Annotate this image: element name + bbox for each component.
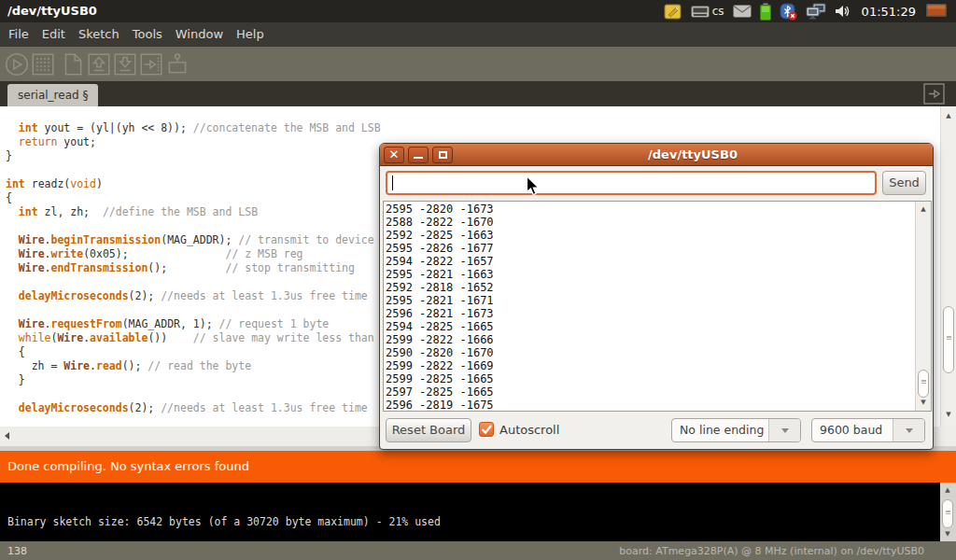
serial-output-text: 2595 -2820 -1673 2588 -2822 -1670 2592 -… [386,203,494,412]
upload-button[interactable] [138,51,164,77]
serial-output: 2595 -2820 -1673 2588 -2822 -1670 2592 -… [383,201,932,412]
serial-input[interactable] [386,171,877,195]
dropdown-arrow-icon[interactable] [768,419,800,441]
console-text: Binary sketch size: 6542 bytes (of a 307… [7,515,441,528]
autoscroll-checkbox[interactable] [479,422,494,437]
send-button[interactable]: Send [882,171,926,195]
editor-vertical-scrollbar[interactable]: ▲ ▼ [940,106,956,427]
arduino-ide: /dev/ttyUSB0 cs 01:5 [0,0,956,560]
autoscroll-label: Autoscroll [499,418,559,442]
maximize-button[interactable] [432,147,453,163]
tab-serial-read[interactable]: serial_read § [7,84,98,106]
serial-monitor-window: ✕ /dev/ttyUSB0 Send 2595 -2820 -1673 258… [379,143,934,450]
titlebar: /dev/ttyUSB0 cs 01:5 [0,0,956,22]
save-sketch-button[interactable] [112,51,138,77]
line-ending-dropdown[interactable]: No line ending [671,418,801,442]
serial-scrollbar[interactable]: ▲ ▼ [915,202,931,411]
scroll-left-arrow[interactable] [5,432,9,440]
system-tray: cs 01:51:29 [664,0,956,22]
window-title: /dev/ttyUSB0 [7,4,97,18]
serial-scrollbar-thumb[interactable] [918,370,929,398]
session-icon[interactable] [925,3,948,20]
console-output: Binary sketch size: 6542 bytes (of a 307… [0,483,956,541]
toolbar [0,47,956,81]
minimize-button[interactable] [408,147,429,163]
bluetooth-icon[interactable] [780,3,797,21]
baud-rate-value: 9600 baud [812,419,893,441]
menu-tools[interactable]: Tools [126,22,169,47]
scroll-down-arrow[interactable]: ▼ [941,411,956,418]
console-scrollbar-thumb[interactable] [942,499,953,528]
notes-icon[interactable] [664,3,682,21]
console-scrollbar[interactable]: ▲ ▼ [940,483,956,541]
network-icon[interactable] [806,3,826,20]
menu-file[interactable]: File [2,22,35,47]
line-number: 138 [7,545,27,557]
battery-icon[interactable] [760,3,771,21]
baud-rate-dropdown[interactable]: 9600 baud [811,418,925,442]
new-tab-button[interactable] [923,83,945,105]
dropdown-arrow-icon[interactable] [893,419,924,441]
serial-window-title: /dev/ttyUSB0 [453,147,933,161]
serial-monitor-button[interactable] [164,51,190,77]
menu-edit[interactable]: Edit [35,22,72,47]
compile-status-bar: Done compiling. No syntax errors found [0,451,956,483]
menu-help[interactable]: Help [230,22,271,47]
mouse-cursor [526,175,541,197]
editor-scrollbar-thumb[interactable] [943,306,954,373]
close-button[interactable]: ✕ [384,147,404,163]
stop-button[interactable] [30,51,56,77]
keyboard-layout-indicator[interactable]: cs [691,5,724,18]
new-sketch-button[interactable] [60,51,86,77]
mail-icon[interactable] [733,5,752,18]
board-info: board: ATmega328P(A) @ 8 MHz (internal) … [619,545,924,557]
scroll-up-arrow[interactable]: ▲ [941,112,956,119]
tab-bar: serial_read § [0,81,956,106]
reset-board-button[interactable]: Reset Board [386,418,471,442]
menu-window[interactable]: Window [169,22,230,47]
serial-scroll-down[interactable]: ▼ [916,399,931,406]
line-ending-value: No line ending [672,419,768,441]
console-scroll-down[interactable]: ▼ [940,530,955,538]
verify-button[interactable] [4,51,30,77]
serial-titlebar[interactable]: ✕ /dev/ttyUSB0 [380,144,933,166]
volume-icon[interactable] [835,4,850,19]
menubar: FileEditSketchToolsWindowHelp [0,22,956,47]
code-text: int yout = (yl|(yh << 8)); //concatenate… [6,121,439,415]
console-scroll-up[interactable]: ▲ [940,486,955,494]
keyboard-layout-label: cs [712,5,724,18]
text-caret [392,175,393,190]
status-bar: 138 board: ATmega328P(A) @ 8 MHz (intern… [0,541,956,560]
menu-sketch[interactable]: Sketch [72,22,126,47]
clock[interactable]: 01:51:29 [862,5,916,19]
serial-scroll-up[interactable]: ▲ [916,205,931,213]
open-sketch-button[interactable] [86,51,112,77]
